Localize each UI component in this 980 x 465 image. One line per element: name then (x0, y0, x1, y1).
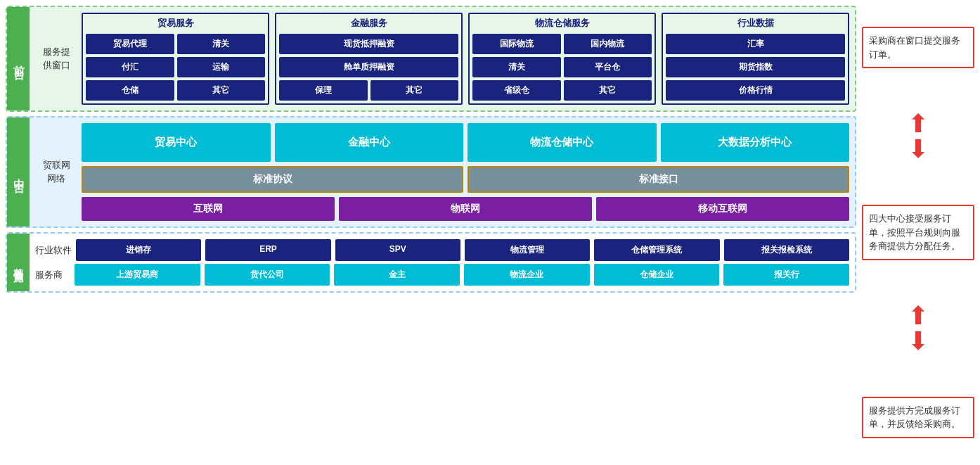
prov-2: 货代公司 (205, 264, 330, 286)
industry-data-title: 行业数据 (737, 17, 774, 30)
logistics-item-4: 平台仓 (564, 57, 652, 77)
network-iot: 物联网 (339, 197, 592, 221)
sw-1: 进销存 (76, 239, 201, 261)
industry-data-grid: 汇率 期货指数 价格行情 (666, 34, 845, 101)
industry-item-3: 价格行情 (666, 80, 845, 101)
protocol-standard: 标准协议 (82, 166, 463, 193)
trade-item-2: 清关 (177, 34, 266, 54)
network-mobile: 移动互联网 (596, 197, 849, 221)
industry-data-group: 行业数据 汇率 期货指数 价格行情 (662, 13, 849, 105)
base-inner: 行业软件 进销存 ERP SPV 物流管理 仓储管理系统 报关报检系统 服务商 (35, 239, 849, 286)
finance-item-1: 现货抵押融资 (279, 34, 458, 54)
annotation-3: 服务提供方完成服务订单，并反馈给采购商。 (862, 397, 974, 438)
logistics-items-grid: 国际物流 国内物流 清关 平台仓 省级仓 其它 (472, 34, 652, 101)
logistics-item-5: 省级仓 (472, 80, 561, 101)
center-bigdata: 大数据分析中心 (661, 123, 850, 162)
network-internet: 互联网 (82, 197, 335, 221)
logistics-item-2: 国内物流 (564, 34, 652, 54)
provider-label: 服务商 (35, 269, 70, 281)
base-label: 基础设施 (7, 234, 30, 291)
logistics-item-3: 清关 (472, 57, 561, 77)
base-section: 基础设施 行业软件 进销存 ERP SPV 物流管理 仓储管理系统 报关报检系统 (6, 232, 856, 293)
prov-3: 金主 (334, 264, 460, 286)
service-groups: 贸易服务 贸易代理 清关 付汇 运输 仓储 其它 金融服务 (82, 13, 849, 105)
sw-5: 仓储管理系统 (594, 239, 719, 261)
annotation-1: 采购商在窗口提交服务订单。 (862, 27, 974, 68)
trade-items-grid: 贸易代理 清关 付汇 运输 仓储 其它 (86, 34, 265, 101)
sw-2: ERP (205, 239, 330, 261)
trade-item-5: 仓储 (86, 80, 174, 101)
trade-item-3: 付汇 (86, 57, 174, 77)
service-window-label: 服务提供窗口 (35, 46, 77, 71)
front-section: 前台 服务提供窗口 贸易服务 贸易代理 清关 付汇 运输 仓储 其它 (6, 6, 856, 112)
prov-1: 上游贸易商 (75, 264, 200, 286)
software-items: 进销存 ERP SPV 物流管理 仓储管理系统 报关报检系统 (76, 239, 849, 261)
finance-items-grid: 现货抵押融资 舱单质押融资 保理 其它 (279, 34, 458, 101)
arrow-up-2: ⬆⬇ (862, 303, 974, 354)
industry-item-1: 汇率 (666, 34, 845, 54)
trade-service-group: 贸易服务 贸易代理 清关 付汇 运输 仓储 其它 (82, 13, 269, 105)
center-finance: 金融中心 (275, 123, 464, 162)
finance-item-3: 保理 (279, 80, 368, 101)
industry-item-2: 期货指数 (666, 57, 845, 77)
middle-label: 中台 (7, 117, 30, 227)
right-panel: 采购商在窗口提交服务订单。 ⬆⬇ 四大中心接受服务订单，按照平台规则向服务商提供… (862, 6, 974, 459)
prov-4: 物流企业 (464, 264, 590, 286)
finance-item-4: 其它 (370, 80, 459, 101)
network-row: 互联网 物联网 移动互联网 (82, 197, 849, 221)
finance-group-title: 金融服务 (351, 17, 387, 30)
center-trade: 贸易中心 (82, 123, 271, 162)
sw-3: SPV (335, 239, 460, 261)
left-panel: 前台 服务提供窗口 贸易服务 贸易代理 清关 付汇 运输 仓储 其它 (6, 6, 856, 459)
base-content: 行业软件 进销存 ERP SPV 物流管理 仓储管理系统 报关报检系统 服务商 (30, 234, 855, 291)
network-label: 贸联网网络 (35, 159, 77, 184)
finance-service-group: 金融服务 现货抵押融资 舱单质押融资 保理 其它 (275, 13, 463, 105)
centers-row: 贸易中心 金融中心 物流仓储中心 大数据分析中心 (82, 123, 849, 162)
annotation-2: 四大中心接受服务订单，按照平台规则向服务商提供方分配任务。 (862, 205, 974, 260)
sw-6: 报关报检系统 (724, 239, 849, 261)
finance-item-2: 舱单质押融资 (279, 57, 458, 77)
logistics-group-title: 物流仓储服务 (535, 17, 590, 30)
software-row: 行业软件 进销存 ERP SPV 物流管理 仓储管理系统 报关报检系统 (35, 239, 849, 261)
logistics-service-group: 物流仓储服务 国际物流 国内物流 清关 平台仓 省级仓 其它 (468, 13, 656, 105)
prov-5: 仓储企业 (594, 264, 720, 286)
provider-items: 上游贸易商 货代公司 金主 物流企业 仓储企业 报关行 (75, 264, 849, 286)
trade-item-4: 运输 (177, 57, 266, 77)
middle-inner: 贸易中心 金融中心 物流仓储中心 大数据分析中心 标准协议 标准接口 互联网 物… (82, 123, 849, 221)
trade-item-1: 贸易代理 (86, 34, 174, 54)
arrow-up-1: ⬆⬇ (862, 111, 974, 162)
front-label: 前台 (7, 7, 30, 110)
middle-content: 贸联网网络 贸易中心 金融中心 物流仓储中心 大数据分析中心 标准协议 标准接口… (30, 117, 855, 227)
trade-group-title: 贸易服务 (157, 17, 194, 30)
protocol-interface: 标准接口 (468, 166, 849, 193)
prov-6: 报关行 (723, 264, 849, 286)
main-container: 前台 服务提供窗口 贸易服务 贸易代理 清关 付汇 运输 仓储 其它 (0, 0, 980, 465)
software-label: 行业软件 (35, 244, 72, 257)
provider-row: 服务商 上游贸易商 货代公司 金主 物流企业 仓储企业 报关行 (35, 264, 849, 286)
logistics-item-6: 其它 (564, 80, 652, 101)
front-content: 服务提供窗口 贸易服务 贸易代理 清关 付汇 运输 仓储 其它 (30, 7, 855, 110)
sw-4: 物流管理 (465, 239, 590, 261)
middle-section: 中台 贸联网网络 贸易中心 金融中心 物流仓储中心 大数据分析中心 标准协议 标… (6, 116, 856, 228)
logistics-item-1: 国际物流 (472, 34, 561, 54)
protocol-row: 标准协议 标准接口 (82, 166, 849, 193)
trade-item-6: 其它 (177, 80, 266, 101)
center-logistics: 物流仓储中心 (468, 123, 657, 162)
